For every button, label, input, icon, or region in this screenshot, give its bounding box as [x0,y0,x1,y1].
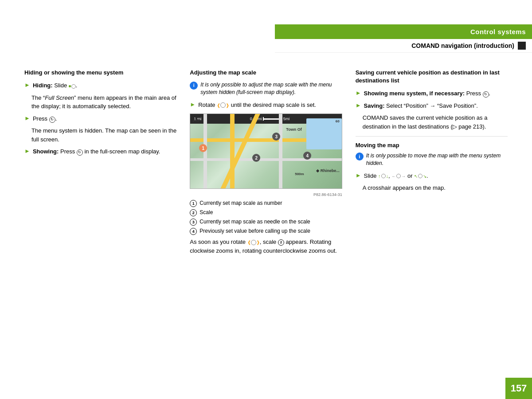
full-screen-label: Full Screen [45,94,74,101]
map-label-town: Town Of [286,127,301,132]
slide-diag-sym: ↖ ↘ [414,173,426,180]
dot-up [69,85,71,87]
slide-text: Slide ↑ ↓ , ← → or ↖ ↘ . [364,172,428,180]
moving-info-box: i It is only possible to move the map wi… [356,152,508,167]
num-item-1: 1 Currently set map scale as number [190,200,342,207]
road-horizontal-2 [190,158,341,161]
showing-menu-label: Showing menu system, if necessary: [364,90,465,97]
hiding-label: Hiding: [33,82,53,89]
hiding-item: ► Hiding: Slide . [24,81,176,90]
circle-3: 3 [190,219,197,226]
numbered-list: 1 Currently set map scale as number 2 Sc… [190,200,342,235]
map-scale-info: i It is only possible to adjust the map … [190,81,342,96]
num-item-3: 3 Currently set map scale as needle on t… [190,218,342,226]
bullet-arrow-slide: ► [356,172,361,179]
press-icon-2: ↻ [77,149,83,156]
menu-hidden-text: The menu system is hidden. The map can b… [31,126,176,144]
footer-zoom-text: appears. Rotating clockwise zooms in, ro… [190,239,337,254]
circle-slide [381,174,386,178]
info-icon-1: i [190,82,198,90]
knob-right-2: ❱ [256,239,260,246]
arrow-br: ↘ [423,173,426,180]
slide-ud-sym: ↑ ↓ [378,172,388,180]
circle-knob [71,84,76,89]
knob-circle [220,102,226,108]
bullet-arrow-rotate: ► [190,101,196,108]
comand-nav-title: COMAND navigation (introduction) [275,39,532,53]
showing-item: ► Showing: Press ↻ in the full-screen ma… [24,147,176,156]
road-vertical-2 [230,114,235,188]
rotate-knob-2: ❰ ❱ [247,239,260,246]
main-content: Hiding or showing the menu system ► Hidi… [24,69,508,372]
control-systems-title: Control systems [275,24,532,39]
rotate-text: Rotate ❰ ❱ until the desired map scale i… [198,101,316,110]
bullet-arrow-save: ► [356,102,361,109]
knob-right-arrow: ❱ [226,102,229,109]
slide-item: ► Slide ↑ ↓ , ← → or ↖ ↘ . [356,172,508,180]
knob-mid-2 [251,240,256,245]
showing-menu-item: ► Showing menu system, if necessary: Pre… [356,89,508,98]
footer-rotate-text: As soon as you rotate ❰ ❱ , scale 2 appe… [190,238,342,255]
num-text-4: Previously set value before calling up t… [200,227,310,235]
crosshair-text: A crosshair appears on the map. [363,184,508,192]
rotate-item: ► Rotate ❰ ❱ until the desired map scale… [190,101,342,110]
bullet-arrow-2: ► [24,115,30,121]
photo-credit: P82.86-6134-31 [190,192,342,197]
page-number: 157 [505,378,532,399]
bullet-arrow-show: ► [356,90,361,96]
map-container: 200 Town Of ◆ Rhinebe... 60 500m 1 2 3 4… [190,113,342,189]
separator [356,136,508,137]
col-saving-moving: Saving current vehicle position as desti… [356,69,508,372]
circle-slide-3 [418,174,422,178]
arrow-up: ↑ [378,172,381,180]
bullet-arrow-3: ► [24,148,30,154]
bullet-arrow-1: ► [24,82,30,88]
saving-item: ► Saving: Select “Position” → “Save Posi… [356,102,508,110]
black-square-decoration [518,42,526,50]
showing-label: Showing: [33,148,59,155]
slide-lr-sym: ← → [391,173,406,180]
saving-body: COMAND saves the current vehicle positio… [363,113,508,131]
road-diagonal [221,113,262,189]
num-text-2: Scale [200,209,213,216]
press-text: Press ↻. [33,114,57,123]
num-item-2: 2 Scale [190,209,342,216]
scale-5mi: 5mi [283,117,290,121]
saving-text: Saving: Select “Position” → “Save Positi… [364,102,478,110]
map-label-60: 60 [336,119,340,123]
slide-up-symbol [69,84,76,89]
inline-circle-2: 2 [278,239,284,246]
map-label-rhinebe: ◆ Rhinebe... [316,168,340,173]
press-icon-3: ↻ [483,91,489,98]
knob-left-2: ❰ [247,239,251,246]
num-text-1: Currently set map scale as number [200,200,282,207]
showing-menu-text: Showing menu system, if necessary: Press… [364,89,491,98]
hiding-text: Hiding: Slide . [33,81,78,90]
col-map-scale: Adjusting the map scale i It is only pos… [190,69,342,372]
moving-info-text: It is only possible to move the map with… [366,152,508,167]
road-vertical-3 [279,114,282,188]
press-item: ► Press ↻. [24,114,176,123]
circle-1: 1 [190,200,197,207]
circle-slide-2 [396,174,401,178]
map-label-500m: 500m [295,172,304,176]
full-screen-text: The “Full Screen” menu item appears in t… [31,94,176,111]
num-text-3: Currently set map scale as needle on the… [200,218,310,226]
header-bar: Control systems COMAND navigation (intro… [275,24,532,53]
showing-text: Showing: Press ↻ in the full-screen map … [33,147,160,156]
map-label-200: 200 [192,118,199,123]
saving-title: Saving current vehicle position as desti… [356,69,508,85]
rotate-instruction: until the desired map scale is set. [231,102,316,108]
saving-label: Saving: [364,102,385,109]
arrow-right: → [401,173,406,180]
circle-2: 2 [190,209,197,216]
num-item-4: 4 Previously set value before calling up… [190,227,342,235]
arrow-tl: ↖ [414,173,418,180]
col-hiding-menu: Hiding or showing the menu system ► Hidi… [24,69,176,372]
moving-title: Moving the map [356,142,508,149]
arrow-left: ← [391,173,396,180]
rotate-knob: ❰ ❱ [217,102,229,109]
hiding-section-title: Hiding or showing the menu system [24,69,176,77]
info-icon-2: i [356,153,364,160]
map-image: 200 Town Of ◆ Rhinebe... 60 500m 1 2 3 4… [190,113,342,189]
